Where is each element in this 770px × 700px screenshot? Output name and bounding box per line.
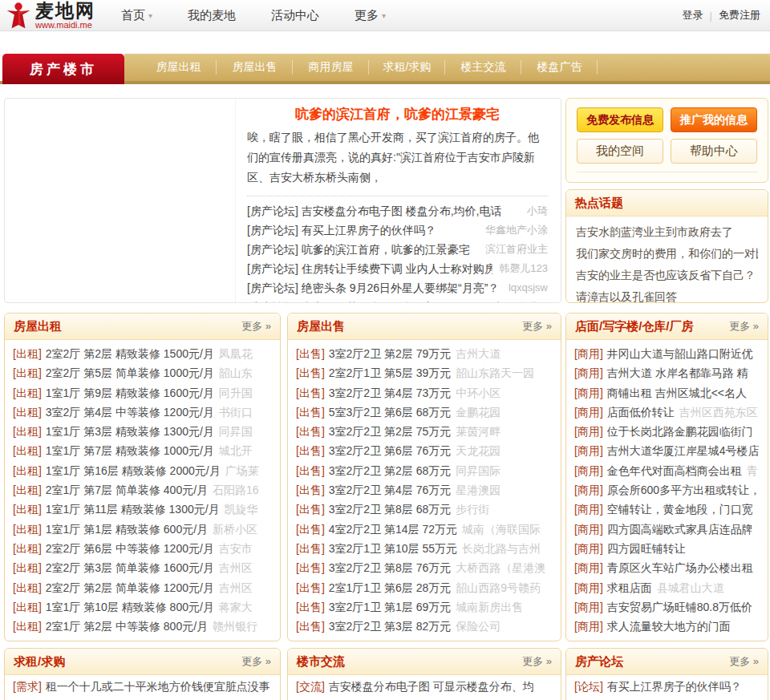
forum-listing-row[interactable]: [论坛]有买上江界房子的伙伴吗？	[574, 677, 760, 696]
rent-listing-row[interactable]: [出租]3室2厅 第4层 中等装修 1200元/月书街口	[13, 403, 272, 422]
forum-link-row[interactable]: [房产论坛] 有买上江界房子的伙伴吗？ 华鑫地产小涂	[247, 221, 548, 240]
rent-listing-row[interactable]: [出租]1室1厅 第10层 精致装修 800元/月蒋家大	[13, 597, 272, 617]
exchange-more-link[interactable]: 更多 »	[522, 654, 552, 669]
commercial-listing-row[interactable]: [商用]吉安贸易广场旺铺80.8万低价	[574, 597, 760, 617]
sale-listing-row[interactable]: [出售]3室2厅2卫 第8层 76万元大桥西路（星港澳	[296, 558, 553, 577]
forum-link-title[interactable]: 绝密头条 9月26日外星人要绑架“月亮”？	[302, 278, 502, 297]
sale-listing-row[interactable]: [出售]3室2厅2卫 第4层 76万元星港澳园	[296, 480, 553, 500]
nav-more[interactable]: 更多▾	[355, 8, 386, 23]
rent-listing-row[interactable]: [出租]1室1厅 第1层 精致装修 600元/月新桥小区	[13, 520, 272, 539]
sale-listing-row[interactable]: [出售]3室2厅2卫 第4层 73万元中环小区	[296, 383, 553, 403]
commercial-listing-row[interactable]: [商用]求人流量较大地方的门面	[574, 617, 760, 636]
seek-listing-row[interactable]: [需求]	[13, 696, 272, 700]
sale-listing-row[interactable]: [出售]5室3厅2卫 第6层 68万元金鹏花园	[296, 403, 553, 422]
forum-link-title[interactable]: 住房转让手续费下调 业内人士称对购房老	[302, 259, 493, 278]
category-tab[interactable]: 商用房屋	[293, 54, 369, 81]
commercial-listing-row[interactable]: [商用]金色年代对面高档商会出租青	[574, 461, 760, 480]
exchange-listing-row[interactable]: [交流]	[296, 696, 553, 700]
hot-topic-item[interactable]: 请漳吉以及孔雀回答	[576, 286, 758, 303]
commercial-listing-row[interactable]: [商用]原会所600多平方出租或转让，	[574, 480, 760, 500]
nav-home[interactable]: 首页▾	[121, 8, 152, 23]
commercial-listing-row[interactable]: [商用]店面低价转让吉州区西苑东区	[574, 403, 760, 422]
forum-link-row[interactable]: [房产论坛] 住房转让手续费下调 业内人士称对购房老 韩磬儿123	[247, 259, 548, 278]
listing-text: 3室2厅2卫 第4层 73万元	[329, 386, 452, 399]
commercial-listing-row[interactable]: [商用]四方圆高端欧式家具店连品牌	[574, 520, 760, 539]
forum-listing-row[interactable]: [论坛]吭爹的滨江首府，吭爹的江景豪宅	[574, 696, 760, 700]
hot-topics-title: 热点话题	[575, 196, 623, 211]
forum-link-title[interactable]: 有买上江界房子的伙伴吗？	[302, 221, 479, 240]
rent-listing-row[interactable]: [出租]2室2厅 第6层 中等装修 1200元/月吉安市	[13, 539, 272, 558]
feature-title[interactable]: 吭爹的滨江首府，吭爹的江景豪宅	[247, 107, 548, 123]
forum-link-title[interactable]: 吉安楼盘分布电子图 楼盘分布,均价,电话	[302, 201, 521, 221]
category-tab[interactable]: 房屋出售	[217, 54, 293, 81]
commercial-listing-row[interactable]: [商用]青原区火车站广场办公楼出租	[574, 558, 760, 577]
commercial-listing-row[interactable]: [商用]吉州大道 水岸名都靠马路 精	[574, 363, 760, 382]
category-tab[interactable]: 楼主交流	[445, 54, 521, 81]
commercial-listing-row[interactable]: [商用]吉州大道华厦江岸星城4号楼店	[574, 441, 760, 460]
sale-listing-row[interactable]: [出售]4室2厅2卫 第14层 72万元城南（海联国际	[296, 520, 553, 539]
rent-listing-row[interactable]: [出租]2室2厅 第5层 简单装修 1000元/月韶山东	[13, 363, 272, 382]
listing-location: 县城君山大道	[657, 581, 724, 594]
sale-tag: [出售]	[296, 523, 325, 536]
forum-link-row[interactable]: [房产论坛] 绝密头条 9月26日外星人要绑架“月亮”？ lqxqsjsw	[247, 278, 548, 297]
category-tab[interactable]: 楼盘广告	[521, 54, 598, 81]
hot-topic-item[interactable]: 吉安的业主是否也应该反省下自己？	[576, 265, 758, 286]
sale-listing-row[interactable]: [出售]3室2厅2卫 第2层 75万元莱茵河畔	[296, 422, 553, 441]
commercial-listing-row[interactable]: [商用]四方园旺铺转让	[574, 539, 760, 558]
commercial-listing-row[interactable]: [商用]井冈山大道与韶山路口附近优	[574, 344, 760, 363]
post-free-info-button[interactable]: 免费发布信息	[577, 107, 663, 132]
rent-listing-row[interactable]: [出租]2室1厅 第7层 简单装修 400元/月石阳路16	[13, 480, 272, 500]
help-center-button[interactable]: 帮助中心	[671, 139, 757, 164]
sale-more-link[interactable]: 更多 »	[522, 319, 552, 334]
seek-more-link[interactable]: 更多 »	[241, 654, 271, 669]
listing-text: 求人流量较大地方的门面	[607, 620, 731, 633]
rent-listing-row[interactable]: [出租]1室1厅 第3层 精致装修 1300元/月同昇国	[13, 422, 272, 441]
my-space-button[interactable]: 我的空间	[577, 139, 663, 164]
site-logo[interactable]: 麦地网 www.maidi.me	[5, 1, 95, 30]
forum-link-title[interactable]: 吉安阳明花园小区又出现新问题了：下水道污	[302, 297, 510, 302]
seek-listing-row[interactable]: [需求]租一个十几或二十平米地方价钱便宜脏点没事	[13, 677, 272, 696]
hot-topic-item[interactable]: 吉安水韵蓝湾业主到市政府去了	[576, 221, 758, 243]
rent-listing-row[interactable]: [出租]1室1厅 第9层 精致装修 1600元/月同升国	[13, 383, 272, 403]
listing-location: 城北开	[219, 444, 253, 457]
rent-listing-row[interactable]: [出租]1室1厅 第7层 精致装修 1000元/月城北开	[13, 441, 272, 460]
nav-my-maidi[interactable]: 我的麦地	[188, 8, 236, 23]
sale-listing-row[interactable]: [出售]3室2厅2卫 第3层 82万元保险公司	[296, 617, 553, 636]
rent-tag: [出租]	[13, 620, 42, 633]
promote-my-info-button[interactable]: 推广我的信息	[671, 107, 757, 132]
sale-listing-row[interactable]: [出售]3室2厅2卫 第2层 79万元吉州大道	[296, 344, 553, 363]
sale-listing-row[interactable]: [出售]3室2厅2卫 第8层 68万元步行街	[296, 500, 553, 519]
forum-link-row[interactable]: [房产论坛] 吉安楼盘分布电子图 楼盘分布,均价,电话 小琦	[247, 201, 548, 221]
commercial-more-link[interactable]: 更多 »	[729, 319, 759, 334]
forum-more-link[interactable]: 更多 »	[729, 654, 759, 669]
category-tab[interactable]: 求租/求购	[369, 54, 445, 81]
category-tab[interactable]: 房屋出租	[140, 54, 217, 81]
sale-listing-row[interactable]: [出售]2室2厅1卫 第5层 39万元韶山东路天一园	[296, 363, 553, 382]
nav-activity-center[interactable]: 活动中心	[271, 8, 319, 23]
forum-link-title[interactable]: 吭爹的滨江首府，吭爹的江景豪宅	[302, 240, 479, 259]
login-link[interactable]: 登录	[683, 8, 703, 22]
listing-location: 同昇国际	[456, 464, 500, 477]
rent-listing-row[interactable]: [出租]1室1厅 第16层 精致装修 2000元/月广场莱	[13, 461, 272, 480]
register-link[interactable]: 免费注册	[719, 8, 760, 22]
commercial-listing-row[interactable]: [商用]求租店面县城君山大道	[574, 578, 760, 597]
rent-listing-row[interactable]: [出租]2室1厅 第2层 中等装修 800元/月赣州银行	[13, 617, 272, 636]
rent-listing-row[interactable]: [出租]2室2厅 第3层 简单装修 1600元/月吉州区	[13, 558, 272, 577]
tab-property-market-active[interactable]: 房产楼市	[2, 54, 124, 84]
sale-listing-row[interactable]: [出售]2室1厅1卫 第6层 28万元韶山西路9号赣药	[296, 578, 553, 597]
rent-more-link[interactable]: 更多 »	[241, 319, 271, 334]
sale-listing-row[interactable]: [出售]3室2厅2卫 第2层 68万元同昇国际	[296, 461, 553, 480]
sale-listing-row[interactable]: [出售]3室2厅1卫 第10层 55万元长岗北路与吉州	[296, 539, 553, 558]
commercial-listing-row[interactable]: [商用]空铺转让，黄金地段，门口宽	[574, 500, 760, 519]
commercial-listing-row[interactable]: [商用]商铺出租 吉州区城北<<名人	[574, 383, 760, 403]
rent-listing-row[interactable]: [出租]2室2厅 第2层 精致装修 1500元/月凤凰花	[13, 344, 272, 363]
forum-link-row[interactable]: [房产论坛] 吉安阳明花园小区又出现新问题了：下水道污 小瑾。	[247, 297, 548, 302]
exchange-listing-row[interactable]: [交流]吉安楼盘分布电子图 可显示楼盘分布、均	[296, 677, 553, 696]
rent-listing-row[interactable]: [出租]1室1厅 第11层 精致装修 1300元/月凯旋华	[13, 500, 272, 519]
rent-listing-row[interactable]: [出租]2室2厅 第2层 简单装修 1200元/月吉州区	[13, 578, 272, 597]
sale-listing-row[interactable]: [出售]3室2厅2卫 第6层 76万元天龙花园	[296, 441, 553, 460]
sale-listing-row[interactable]: [出售]3室2厅1卫 第1层 69万元城南新房出售	[296, 597, 553, 617]
hot-topic-item[interactable]: 我们家交房时的费用，和你们的一对比，	[576, 243, 758, 265]
commercial-listing-row[interactable]: [商用]位于长岗北路金鹏花园临街门	[574, 422, 760, 441]
forum-link-row[interactable]: [房产论坛] 吭爹的滨江首府，吭爹的江景豪宅 滨江首府业主	[247, 240, 548, 259]
